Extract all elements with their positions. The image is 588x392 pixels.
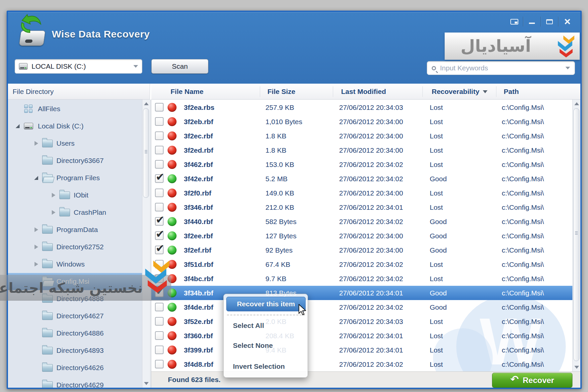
cell-file-name: 3f4bc.rbf xyxy=(184,272,213,286)
tree-expander[interactable] xyxy=(31,226,42,233)
row-checkbox[interactable] xyxy=(155,103,164,112)
tree-expander[interactable] xyxy=(12,106,23,112)
tree-expander[interactable] xyxy=(31,157,42,164)
tree-expander[interactable] xyxy=(31,261,42,268)
table-row[interactable]: ✔ 3f399.rbf 9.4 KB 27/06/2012 20:34:01 L… xyxy=(151,343,572,357)
search-box[interactable] xyxy=(427,61,575,75)
cell-file-name: 3f346.rbf xyxy=(184,200,213,214)
tree-expander[interactable] xyxy=(31,364,42,371)
menu-item-recover-this-item[interactable]: Recover this item xyxy=(226,297,306,311)
tree-expander[interactable] xyxy=(48,209,59,216)
tree-expander[interactable] xyxy=(31,175,42,181)
sidebar-item-directory64626[interactable]: Directory64626 xyxy=(8,359,142,376)
table-scrollbar[interactable] xyxy=(572,100,580,371)
recover-button[interactable]: ↶ Recover xyxy=(492,373,572,388)
sidebar-item-directory64893[interactable]: Directory64893 xyxy=(8,342,142,359)
tree-expander[interactable] xyxy=(31,313,42,319)
table-row[interactable]: ✔ 3f2ea.rbs 257.9 KB 27/06/2012 20:34:03… xyxy=(151,100,572,115)
sidebar-item-directory64627[interactable]: Directory64627 xyxy=(8,307,142,325)
column-header-path[interactable]: Path xyxy=(504,84,519,100)
scroll-up-icon[interactable] xyxy=(144,102,149,105)
tree-expander[interactable] xyxy=(31,330,42,337)
table-row[interactable]: ✔ 3f4de.rbf 27/06/2012 20:34:02 Good c:\… xyxy=(151,300,572,314)
search-input[interactable] xyxy=(440,64,565,72)
column-divider[interactable] xyxy=(496,86,496,97)
column-divider[interactable] xyxy=(422,86,423,97)
tree-item-label: Program Files xyxy=(56,174,100,182)
sidebar-item-iobit[interactable]: IObit xyxy=(8,187,142,204)
scroll-down-icon[interactable] xyxy=(574,366,579,369)
sidebar-scroll-thumb[interactable] xyxy=(143,108,149,198)
tree-expander[interactable] xyxy=(31,382,42,388)
row-checkbox[interactable] xyxy=(155,131,164,140)
row-checkbox[interactable] xyxy=(155,203,164,211)
table-row[interactable]: ✔ 3f360.rbf 208.4 KB 27/06/2012 20:34:01… xyxy=(151,329,572,343)
cell-file-name: 3f34b.rbf xyxy=(184,286,213,300)
row-checkbox[interactable] xyxy=(155,146,164,154)
tree-expander[interactable] xyxy=(31,347,42,354)
sidebar-item-windows[interactable]: Windows xyxy=(8,256,142,273)
column-header-file-name[interactable]: File Name xyxy=(171,84,203,100)
scan-button[interactable]: Scan xyxy=(151,59,208,74)
column-divider[interactable] xyxy=(333,86,333,97)
row-checkbox[interactable] xyxy=(155,331,164,340)
row-checkbox[interactable] xyxy=(155,189,164,197)
sidebar-item-directory62752[interactable]: Directory62752 xyxy=(8,238,142,256)
table-row[interactable]: ✔ 3f462.rbf 153.0 KB 27/06/2012 20:34:02… xyxy=(151,157,572,172)
sidebar-item-directory63667[interactable]: Directory63667 xyxy=(8,152,142,169)
sidebar-item-directory64886[interactable]: Directory64886 xyxy=(8,325,142,342)
scroll-up-icon[interactable] xyxy=(574,102,579,105)
chevron-down-icon[interactable] xyxy=(565,67,570,69)
sidebar-item-program-files[interactable]: Program Files xyxy=(8,169,142,187)
menu-item-invert-selection[interactable]: Invert Selection xyxy=(233,360,303,373)
menu-item-select-all[interactable]: Select All xyxy=(233,319,303,332)
table-row[interactable]: ✔ 3f4d8.rbf 27/06/2012 20:34:02 Lost c:\… xyxy=(151,357,572,371)
table-row[interactable]: ✔ 3f2f0.rbf 149.0 KB 27/06/2012 20:34:00… xyxy=(151,186,572,200)
table-row[interactable]: ✔ 3f42e.rbf 5.2 MB 27/06/2012 20:34:02 G… xyxy=(151,172,572,186)
table-row[interactable]: ✔ 3f346.rbf 212.0 KB 27/06/2012 20:34:01… xyxy=(151,200,572,214)
row-checkbox[interactable] xyxy=(155,303,164,311)
table-row[interactable]: ✔ 3f2eb.rbf 1,010 Bytes 27/06/2012 20:34… xyxy=(151,115,572,129)
row-checkbox[interactable] xyxy=(155,317,164,326)
tree-expander[interactable] xyxy=(31,140,42,147)
cell-recoverability: Lost xyxy=(430,272,443,286)
sidebar-item-allfiles[interactable]: AllFiles xyxy=(8,100,142,118)
close-button[interactable] xyxy=(558,16,576,27)
table-row[interactable]: ✔ 3f2ed.rbf 1.8 KB 27/06/2012 20:34:00 L… xyxy=(151,143,572,157)
cell-recoverability: Lost xyxy=(430,186,443,200)
table-row[interactable]: ✔ 3f51d.rbf 67.4 KB 27/06/2012 20:34:02 … xyxy=(151,257,572,272)
table-row[interactable]: ✔ 3f2ec.rbf 1.8 KB 27/06/2012 20:34:00 L… xyxy=(151,129,572,143)
sidebar-item-local-disk-c-[interactable]: Local Disk (C:) xyxy=(8,118,142,135)
tree-expander[interactable] xyxy=(48,192,59,198)
column-header-last-modified[interactable]: Last Modified xyxy=(341,84,386,100)
table-row[interactable]: ✔ 3f2ee.rbf 127 Bytes 27/06/2012 20:34:0… xyxy=(151,229,572,243)
column-header-recoverability[interactable]: Recoverability xyxy=(432,84,487,100)
column-divider[interactable] xyxy=(260,86,260,97)
tree-expander[interactable] xyxy=(12,123,23,129)
sidebar-item-directory64629[interactable]: Directory64629 xyxy=(8,376,142,388)
tree-expander[interactable] xyxy=(31,244,42,250)
row-checkbox[interactable] xyxy=(155,346,164,354)
menu-item-select-none[interactable]: Select None xyxy=(233,339,303,352)
row-checkbox[interactable] xyxy=(155,360,164,368)
table-row[interactable]: ✔ 3f34b.rbf 813 Bytes 27/06/2012 20:34:0… xyxy=(151,286,572,300)
table-row[interactable]: ✔ 3f4bc.rbf 9.7 KB 27/06/2012 20:34:02 L… xyxy=(151,272,572,286)
sidebar-scrollbar[interactable] xyxy=(142,100,150,388)
scroll-down-icon[interactable] xyxy=(144,382,149,385)
minimize-button[interactable] xyxy=(523,16,541,27)
sidebar-item-users[interactable]: Users xyxy=(8,135,142,152)
table-row[interactable]: ✔ 3f2ef.rbf 92 Bytes 27/06/2012 20:34:00… xyxy=(151,243,572,257)
feedback-button[interactable] xyxy=(506,16,523,27)
maximize-button[interactable] xyxy=(541,16,558,27)
row-checkbox[interactable] xyxy=(155,117,164,126)
cell-file-name: 3f399.rbf xyxy=(184,343,213,357)
chevron-down-icon[interactable] xyxy=(133,65,138,68)
column-header-file-size[interactable]: File Size xyxy=(267,84,295,100)
table-row[interactable]: ✔ 3f52e.rbf 2.0 KB 27/06/2012 20:34:03 L… xyxy=(151,314,572,329)
drive-selector[interactable]: LOCAL DISK (C:) xyxy=(15,59,142,74)
table-scroll-thumb[interactable] xyxy=(573,108,579,361)
sidebar-item-programdata[interactable]: ProgramData xyxy=(8,221,142,238)
sidebar-item-crashplan[interactable]: CrashPlan xyxy=(8,204,142,221)
table-row[interactable]: ✔ 3f440.rbf 582 Bytes 27/06/2012 20:34:0… xyxy=(151,214,572,229)
row-checkbox[interactable] xyxy=(155,160,164,169)
